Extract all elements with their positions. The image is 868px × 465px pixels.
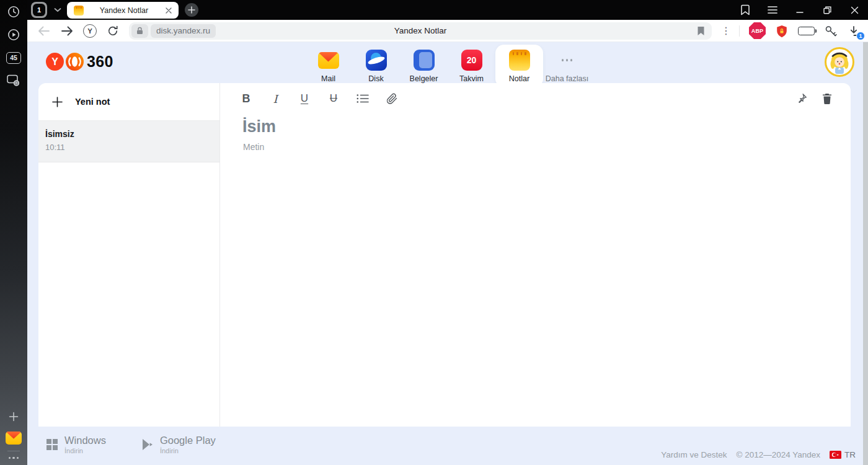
tabs-dropdown-icon[interactable] [51, 4, 64, 16]
minimize-icon[interactable] [794, 4, 805, 16]
download-windows[interactable]: Windows İndirin [46, 435, 106, 454]
address-bar[interactable]: disk.yandex.ru Yandex Notlar [129, 22, 712, 40]
forward-icon[interactable] [60, 24, 74, 38]
sidebar-more-icon[interactable] [9, 457, 19, 459]
legal-links: Yardım ve Destek © 2012—2024 Yandex TR [661, 450, 856, 459]
mail-flap [6, 432, 22, 439]
yandex360-page: Y 360 Mail Disk [27, 42, 868, 465]
attach-file-button[interactable] [384, 91, 399, 107]
disk-icon [366, 50, 387, 71]
new-note-button[interactable]: Yeni not [38, 83, 219, 121]
page-footer: Windows İndirin Google Play İndirin Yard… [27, 427, 868, 465]
browser-window: 45 1 Yandex Notlar [0, 0, 868, 465]
copyright-text: © 2012—2024 Yandex [736, 450, 820, 459]
mail-shortcut-icon[interactable] [6, 432, 22, 445]
app-calendar[interactable]: 20 Takvim [448, 45, 495, 87]
omnibox-page-title: Yandex Notlar [394, 26, 447, 35]
underline-button[interactable]: U [297, 91, 312, 107]
reload-icon[interactable] [106, 24, 120, 38]
lock-icon[interactable] [131, 24, 148, 38]
tab-close-icon[interactable] [164, 6, 173, 15]
notes-favicon [74, 6, 84, 16]
protect-shield-icon[interactable] [775, 24, 789, 38]
download-google-play[interactable]: Google Play İndirin [142, 435, 216, 454]
download-count-badge: 1 [856, 32, 865, 40]
note-time: 10:11 [45, 143, 212, 152]
browser-toolbar: Y disk.yandex.ru Yandex Notlar ⋮ ABP 1 [27, 20, 868, 42]
plus-icon [52, 97, 63, 107]
screenshot-icon[interactable] [6, 73, 22, 89]
omnibox-more-icon[interactable]: ⋮ [721, 25, 730, 37]
note-editor: B I U U [220, 83, 851, 427]
window-controls [740, 0, 860, 20]
note-title-placeholder[interactable]: İsim [242, 117, 276, 136]
page-scrollbar[interactable] [863, 42, 868, 465]
tab-title: Yandex Notlar [84, 6, 164, 15]
menu-icon[interactable] [767, 4, 778, 16]
downloads-icon[interactable]: 1 [847, 24, 861, 38]
notes-icon [509, 50, 530, 71]
download-links: Windows İndirin Google Play İndirin [46, 435, 216, 454]
browser-sidebar: 45 [0, 0, 27, 465]
strikethrough-button[interactable]: U [326, 91, 341, 107]
adblock-extension-icon[interactable]: ABP [749, 22, 766, 39]
counter-badge-value: 45 [6, 52, 21, 64]
app-more[interactable]: Daha fazlası [543, 45, 591, 87]
yandex-browser-icon[interactable]: Y [83, 24, 97, 38]
locale-switcher[interactable]: TR [830, 450, 856, 459]
history-icon[interactable] [6, 4, 22, 20]
y360-orb-icon [66, 53, 84, 71]
y360-logo[interactable]: Y 360 [46, 53, 113, 71]
tab-strip: 1 Yandex Notlar [27, 0, 868, 20]
logo-suffix: 360 [87, 53, 113, 71]
bold-button[interactable]: B [239, 91, 254, 107]
italic-button[interactable]: I [268, 91, 283, 107]
bullet-list-button[interactable] [355, 91, 370, 107]
mail-icon [318, 52, 339, 69]
sidebar-panel-icon[interactable] [740, 4, 751, 16]
app-mail[interactable]: Mail [304, 45, 352, 87]
notes-app-card: Yeni not İsimsiz 10:11 B I U U [38, 83, 851, 427]
user-avatar[interactable] [825, 47, 854, 77]
documents-icon [414, 50, 435, 71]
pin-note-button[interactable] [794, 91, 809, 107]
new-tab-button[interactable] [185, 3, 198, 17]
tab-counter[interactable]: 1 [31, 2, 47, 18]
passwords-key-icon[interactable] [824, 24, 838, 38]
windows-icon [46, 439, 58, 450]
app-notes[interactable]: Notlar [495, 45, 543, 87]
close-window-icon[interactable] [849, 4, 860, 16]
tab-count-value: 1 [33, 4, 45, 16]
url-chip[interactable]: disk.yandex.ru [151, 24, 216, 38]
note-list-item[interactable]: İsimsiz 10:11 [38, 121, 219, 162]
note-actions [794, 91, 835, 107]
page-header: Y 360 Mail Disk [27, 42, 868, 83]
sidebar-divider [7, 451, 20, 451]
apps-nav: Mail Disk Belgeler 20 Takvim Notlar [304, 45, 591, 87]
toolbar-divider [739, 25, 740, 37]
note-title: İsimsiz [45, 129, 212, 139]
help-support-link[interactable]: Yardım ve Destek [661, 450, 727, 459]
active-tab[interactable]: Yandex Notlar [67, 2, 179, 19]
google-play-icon [142, 438, 153, 451]
app-disk[interactable]: Disk [352, 45, 400, 87]
app-documents[interactable]: Belgeler [400, 45, 448, 87]
yandex-logo-icon: Y [46, 53, 64, 71]
restore-icon[interactable] [822, 4, 833, 16]
more-apps-icon [557, 50, 578, 71]
notes-list-panel: Yeni not İsimsiz 10:11 [38, 83, 220, 427]
add-panel-icon[interactable] [6, 409, 22, 425]
back-icon[interactable] [37, 24, 51, 38]
tab-counter-badge[interactable]: 45 [6, 50, 22, 66]
play-media-icon[interactable] [6, 27, 22, 43]
calendar-icon: 20 [461, 50, 482, 71]
note-body-placeholder[interactable]: Metin [243, 142, 264, 152]
battery-saver-icon[interactable] [798, 27, 815, 35]
delete-note-button[interactable] [820, 91, 835, 107]
bookmark-icon[interactable] [697, 26, 705, 38]
turkey-flag-icon [830, 451, 841, 459]
format-toolbar: B I U U [239, 91, 399, 107]
